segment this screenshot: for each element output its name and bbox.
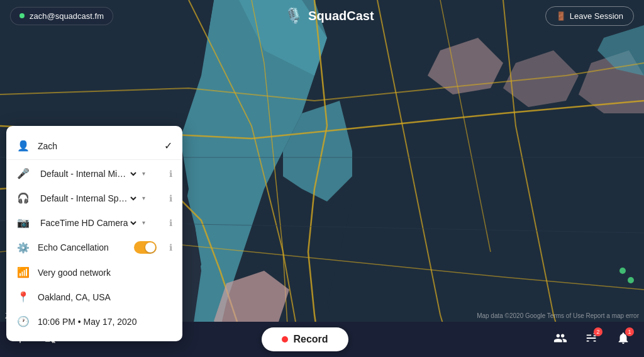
camera-info-icon[interactable]: ℹ — [169, 218, 172, 228]
user-email: zach@squadcast.fm — [30, 11, 104, 21]
username-content: Zach — [38, 141, 157, 151]
camera-row[interactable]: 📷 FaceTime HD Camera ▾ ℹ — [6, 210, 182, 235]
user-row: 👤 Zach ✓ — [6, 133, 182, 160]
svg-point-2 — [628, 277, 634, 283]
logo-text: SquadCast — [308, 9, 374, 23]
door-icon: 🚪 — [556, 11, 566, 21]
check-icon: ✓ — [164, 140, 172, 152]
echo-cancellation-label: Echo Cancellation — [38, 242, 126, 252]
microphone-icon: 🎤 — [16, 167, 30, 179]
user-badge: zach@squadcast.fm — [10, 7, 113, 25]
microphone-row[interactable]: 🎤 Default - Internal Micro... ▾ ℹ — [6, 161, 182, 186]
notifications-badge: 1 — [625, 327, 634, 336]
participants-button[interactable] — [550, 327, 571, 352]
svg-point-1 — [619, 268, 626, 274]
logo: 🎙️ SquadCast — [284, 7, 374, 25]
leave-session-label: Leave Session — [570, 11, 623, 21]
camera-icon: 📷 — [16, 217, 30, 229]
person-icon: 👤 — [16, 140, 30, 152]
speaker-info-icon[interactable]: ℹ — [169, 193, 172, 203]
audio-badge: 2 — [594, 327, 602, 336]
camera-select[interactable]: FaceTime HD Camera — [38, 217, 138, 229]
record-button[interactable]: Record — [262, 327, 348, 351]
headphone-icon: 🎧 — [16, 192, 30, 204]
online-indicator — [19, 13, 25, 18]
toggle-knob — [145, 242, 155, 252]
settings-panel: 👤 Zach ✓ 🎤 Default - Internal Micro... ▾… — [6, 126, 182, 341]
echo-info-icon[interactable]: ℹ — [169, 242, 172, 252]
echo-cancellation-toggle[interactable] — [134, 241, 157, 254]
wifi-icon: 📶 — [16, 266, 30, 278]
audio-levels-button[interactable]: 2 — [581, 327, 602, 352]
network-label: Very good network — [38, 268, 172, 278]
clock-icon: 🕐 — [16, 315, 30, 327]
location-row: 📍 Oakland, CA, USA — [6, 285, 182, 309]
participants-icon — [553, 331, 567, 345]
network-row: 📶 Very good network — [6, 260, 182, 285]
chevron-down-icon: ▾ — [142, 195, 145, 201]
time-label: 10:06 PM • May 17, 2020 — [38, 317, 172, 327]
username-label: Zach — [38, 141, 57, 151]
echo-cancellation-icon: ⚙️ — [16, 242, 30, 254]
location-icon: 📍 — [16, 291, 30, 303]
leave-session-button[interactable]: 🚪 Leave Session — [545, 6, 634, 26]
microphone-info-icon[interactable]: ℹ — [169, 169, 172, 179]
notifications-button[interactable]: 1 — [613, 327, 634, 352]
location-label: Oakland, CA, USA — [38, 292, 172, 302]
chevron-down-icon: ▾ — [142, 219, 145, 226]
record-label: Record — [293, 334, 328, 345]
camera-content: FaceTime HD Camera ▾ — [38, 217, 162, 229]
record-dot-icon — [282, 336, 288, 343]
bottom-right-controls: 2 1 — [550, 327, 634, 352]
top-bar: zach@squadcast.fm 🎙️ SquadCast 🚪 Leave S… — [0, 0, 644, 31]
echo-cancellation-row[interactable]: ⚙️ Echo Cancellation ℹ — [6, 235, 182, 260]
chevron-down-icon: ▾ — [142, 170, 145, 177]
mic-logo-icon: 🎙️ — [284, 7, 303, 25]
map-attribution-text: Map data ©2020 Google Terms of Use Repor… — [477, 312, 639, 319]
time-row: 🕐 10:06 PM • May 17, 2020 — [6, 309, 182, 334]
speaker-row[interactable]: 🎧 Default - Internal Speak... ▾ ℹ — [6, 186, 182, 210]
speaker-select[interactable]: Default - Internal Speak... — [38, 193, 138, 204]
microphone-content: Default - Internal Micro... ▾ — [38, 168, 162, 179]
speaker-content: Default - Internal Speak... ▾ — [38, 193, 162, 204]
microphone-select[interactable]: Default - Internal Micro... — [38, 168, 138, 179]
map-attribution: Map data ©2020 Google Terms of Use Repor… — [477, 312, 639, 319]
